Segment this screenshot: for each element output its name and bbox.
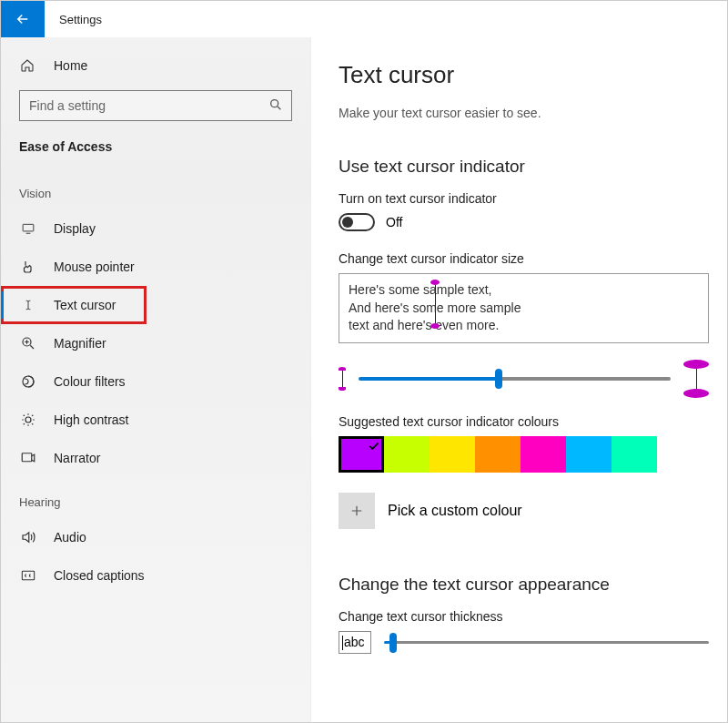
search-input[interactable] xyxy=(19,90,292,121)
colour-swatch-magenta[interactable] xyxy=(521,436,566,473)
display-icon xyxy=(19,220,37,237)
colours-label: Suggested text cursor indicator colours xyxy=(339,414,709,429)
sidebar-item-label: Audio xyxy=(54,530,86,545)
sidebar-item-closed-captions[interactable]: Closed captions xyxy=(1,556,310,595)
colour-swatch-cyan[interactable] xyxy=(566,436,612,473)
sidebar-item-label: Display xyxy=(54,221,96,236)
colour-swatch-orange[interactable] xyxy=(475,436,521,473)
titlebar: Settings xyxy=(1,1,727,37)
thickness-label: Change text cursor thickness xyxy=(339,609,709,624)
svg-rect-1 xyxy=(23,224,34,231)
sidebar-item-label: Magnifier xyxy=(54,336,106,351)
colour-swatch-yellow[interactable] xyxy=(430,436,475,473)
sidebar-item-high-contrast[interactable]: High contrast xyxy=(1,401,310,439)
sidebar-item-label: Mouse pointer xyxy=(54,260,135,274)
indicator-toggle[interactable] xyxy=(339,213,375,231)
colour-swatch-lime[interactable] xyxy=(384,436,430,473)
page-title: Text cursor xyxy=(339,61,709,89)
sidebar: Home Ease of Access Vision Display Mouse… xyxy=(1,37,310,722)
thickness-preview-box: abc xyxy=(339,631,371,654)
sidebar-item-label: Closed captions xyxy=(54,568,145,583)
colour-swatch-teal[interactable] xyxy=(612,436,657,473)
indicator-size-max-icon xyxy=(683,360,709,398)
mouse-pointer-icon xyxy=(19,259,37,275)
sidebar-section-label: Ease of Access xyxy=(1,134,310,168)
indicator-size-min-icon xyxy=(339,367,346,391)
audio-icon xyxy=(19,529,37,545)
sidebar-home[interactable]: Home xyxy=(1,48,310,83)
search-icon xyxy=(268,97,283,112)
preview-line: Here's some sample text, xyxy=(349,281,699,300)
section-indicator-heading: Use text cursor indicator xyxy=(339,157,709,177)
magnifier-icon xyxy=(19,335,37,351)
preview-line: text and here's even more. xyxy=(349,317,699,335)
sidebar-item-label: Narrator xyxy=(54,451,100,465)
colour-filters-icon xyxy=(19,373,37,390)
svg-point-0 xyxy=(271,100,278,107)
sidebar-item-label: Colour filters xyxy=(54,374,126,389)
sidebar-item-label: High contrast xyxy=(54,412,128,427)
sidebar-home-label: Home xyxy=(54,58,87,73)
toggle-caption: Turn on text cursor indicator xyxy=(339,191,709,206)
sidebar-item-narrator[interactable]: Narrator xyxy=(1,439,310,477)
group-hearing-label: Hearing xyxy=(1,477,310,518)
sidebar-item-magnifier[interactable]: Magnifier xyxy=(1,324,310,362)
pick-custom-colour-button[interactable] xyxy=(339,493,375,529)
abc-text: abc xyxy=(344,635,365,649)
sidebar-item-text-cursor[interactable]: Text cursor xyxy=(1,286,147,324)
sidebar-item-mouse-pointer[interactable]: Mouse pointer xyxy=(1,248,310,286)
sidebar-item-label: Text cursor xyxy=(54,298,116,312)
cursor-preview-box: Here's some sample text, And here's some… xyxy=(339,273,709,343)
indicator-toggle-state: Off xyxy=(386,215,402,229)
sidebar-item-audio[interactable]: Audio xyxy=(1,518,310,556)
indicator-size-slider[interactable] xyxy=(359,377,671,381)
closed-captions-icon xyxy=(19,567,37,584)
svg-rect-6 xyxy=(22,571,34,579)
app-title: Settings xyxy=(59,13,102,26)
svg-point-4 xyxy=(25,417,31,423)
search-wrap xyxy=(19,90,292,121)
sidebar-item-colour-filters[interactable]: Colour filters xyxy=(1,362,310,401)
colour-swatch-purple[interactable] xyxy=(339,436,384,473)
back-button[interactable] xyxy=(1,1,45,37)
section-appearance-heading: Change the text cursor appearance xyxy=(339,575,709,595)
preview-line: And here's some more sample xyxy=(349,300,699,318)
content: Text cursor Make your text cursor easier… xyxy=(310,37,727,722)
size-label: Change text cursor indicator size xyxy=(339,251,709,266)
colour-swatches xyxy=(339,436,709,473)
svg-rect-5 xyxy=(22,453,32,462)
page-subtitle: Make your text cursor easier to see. xyxy=(339,106,709,120)
high-contrast-icon xyxy=(19,412,37,428)
home-icon xyxy=(19,57,35,74)
pick-custom-colour-label: Pick a custom colour xyxy=(388,503,522,519)
sidebar-item-display[interactable]: Display xyxy=(1,209,310,248)
group-vision-label: Vision xyxy=(1,168,310,209)
thickness-slider[interactable] xyxy=(384,641,709,644)
preview-cursor-indicator xyxy=(430,280,440,329)
narrator-icon xyxy=(19,450,37,466)
text-cursor-icon xyxy=(19,297,37,313)
